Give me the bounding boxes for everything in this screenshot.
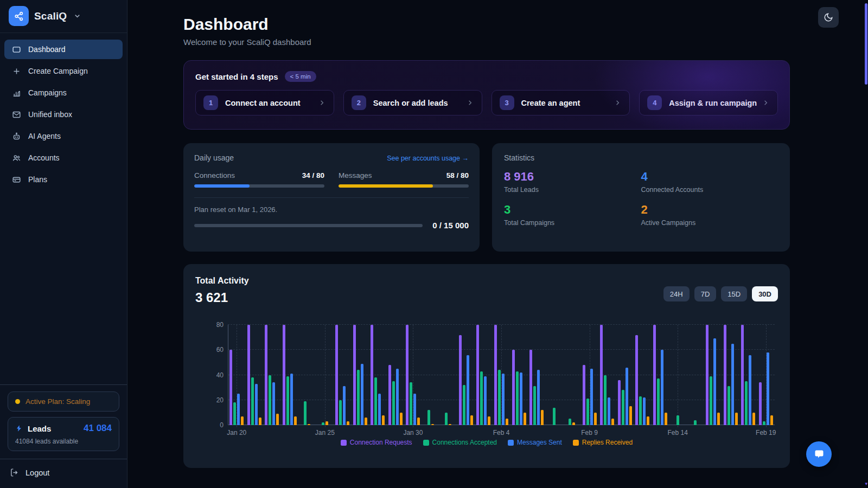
step-create-agent[interactable]: 3 Create an agent: [492, 90, 630, 115]
stat-active-campaigns: 2 Active Campaigns: [641, 203, 778, 227]
chevron-down-icon[interactable]: [73, 12, 81, 20]
x-axis-tick-label: Feb 14: [667, 429, 687, 436]
chart-bar: [488, 416, 490, 425]
messages-progress-fill: [339, 184, 433, 188]
connections-label: Connections: [194, 171, 235, 179]
chart-bar: [749, 355, 751, 426]
legend-swatch: [573, 440, 579, 446]
logout-button[interactable]: Logout: [0, 459, 127, 488]
sidebar-item-campaigns[interactable]: Campaigns: [4, 83, 123, 102]
chart-bar: [653, 325, 656, 425]
chart-bar: [710, 376, 712, 425]
sidebar-item-label: Plans: [28, 175, 47, 184]
chevron-right-icon: [466, 99, 474, 107]
chart-bar: [357, 370, 360, 425]
y-axis-tick-label: 60: [216, 346, 224, 354]
step-connect-account[interactable]: 1 Connect an account: [195, 90, 334, 115]
credit-card-icon: [11, 175, 21, 184]
step-assign-run-campaign[interactable]: 4 Assign & run campaign: [639, 90, 778, 115]
leads-subtext: 41084 leads available: [15, 438, 112, 445]
page-scrollbar[interactable]: ▾: [864, 0, 868, 488]
plan-reset-text: Plan reset on Mar 1, 2026.: [194, 206, 469, 214]
app-logo[interactable]: ScaliQ: [0, 0, 127, 33]
legend-item[interactable]: Messages Sent: [508, 439, 562, 446]
chart-bar: [731, 344, 734, 425]
bar-group: [404, 325, 422, 425]
legend-label: Replies Received: [582, 439, 633, 446]
bar-group: [316, 325, 334, 425]
step-label: Assign & run campaign: [669, 99, 757, 107]
connections-value: 34 / 80: [302, 171, 324, 179]
sidebar-item-plans[interactable]: Plans: [4, 170, 123, 189]
stat-label: Total Leads: [504, 186, 641, 194]
chart-bar: [272, 382, 275, 425]
bar-chart-icon: [11, 88, 21, 98]
main-content: Dashboard Welcome to your ScaliQ dashboa…: [127, 0, 868, 488]
step-label: Search or add leads: [373, 99, 448, 107]
chart-plot: 020406080Jan 20Jan 25Jan 30Feb 4Feb 9Feb…: [228, 325, 775, 425]
app-name: ScaliQ: [34, 10, 67, 22]
chart-bar: [608, 397, 610, 425]
sidebar-item-unified-inbox[interactable]: Unified inbox: [4, 105, 123, 124]
step-number-badge: 1: [203, 95, 218, 110]
legend-label: Connection Requests: [350, 439, 412, 446]
chart-bar: [233, 402, 236, 425]
messages-value: 58 / 80: [446, 171, 469, 179]
scrollbar-arrow-icon[interactable]: ▾: [865, 481, 867, 486]
chart-bar: [572, 422, 575, 425]
chart-bar: [283, 325, 285, 425]
sidebar-item-label: Create Campaign: [28, 67, 88, 75]
range-button-24h[interactable]: 24H: [663, 286, 690, 301]
legend-label: Messages Sent: [517, 439, 562, 446]
sidebar-item-dashboard[interactable]: Dashboard: [4, 40, 123, 59]
chart-bar: [604, 375, 607, 426]
per-accounts-usage-link[interactable]: See per accounts usage →: [387, 155, 469, 162]
chart-bar: [665, 413, 667, 425]
bar-group: [651, 325, 669, 425]
chart-bar: [622, 390, 624, 425]
sidebar-item-accounts[interactable]: Accounts: [4, 148, 123, 168]
stat-total-campaigns: 3 Total Campaigns: [504, 203, 641, 227]
sidebar-item-create-campaign[interactable]: Create Campaign: [4, 61, 123, 81]
bar-group: [475, 325, 493, 425]
legend-swatch: [508, 440, 514, 446]
chart-bar: [237, 394, 240, 425]
chart-bar: [247, 325, 250, 425]
legend-item[interactable]: Replies Received: [573, 439, 633, 446]
chart-bar: [361, 364, 363, 425]
chart-bar: [553, 408, 556, 425]
envelope-icon: [11, 110, 21, 119]
bar-group: [352, 325, 369, 425]
total-activity-card: Total Activity 3 621 24H 7D 15D 30D 0204…: [183, 264, 790, 468]
theme-toggle-button[interactable]: [818, 7, 839, 28]
bar-group: [545, 325, 563, 425]
chart-bar: [396, 369, 399, 425]
chart-bar: [392, 381, 395, 425]
chart-bar: [706, 325, 709, 425]
chart-bar: [480, 371, 483, 425]
chart-bar: [590, 369, 593, 425]
active-plan-badge[interactable]: Active Plan: Scaling: [8, 391, 119, 412]
bar-group: [228, 325, 246, 425]
connections-progress-track: [194, 184, 324, 188]
legend-label: Connections Accepted: [432, 439, 497, 446]
legend-item[interactable]: Connection Requests: [341, 439, 412, 446]
range-button-7d[interactable]: 7D: [694, 286, 717, 301]
y-axis-tick-label: 80: [216, 321, 224, 329]
legend-item[interactable]: Connections Accepted: [423, 439, 497, 446]
range-button-15d[interactable]: 15D: [721, 286, 747, 301]
chart-bar: [276, 414, 279, 425]
chart-bar: [343, 386, 346, 425]
leads-card[interactable]: Leads 41 084 41084 leads available: [8, 417, 119, 451]
bar-group: [334, 325, 352, 425]
sidebar-item-ai-agents[interactable]: AI Agents: [4, 126, 123, 146]
page-title: Dashboard: [183, 15, 790, 34]
bar-group: [739, 325, 757, 425]
bar-group: [281, 325, 299, 425]
daily-usage-card: Daily usage See per accounts usage → Con…: [183, 143, 480, 252]
scrollbar-thumb[interactable]: [865, 3, 867, 85]
range-button-30d[interactable]: 30D: [752, 286, 778, 301]
step-search-leads[interactable]: 2 Search or add leads: [343, 90, 482, 115]
chart-bar: [290, 374, 293, 425]
chat-widget-button[interactable]: [806, 441, 832, 467]
